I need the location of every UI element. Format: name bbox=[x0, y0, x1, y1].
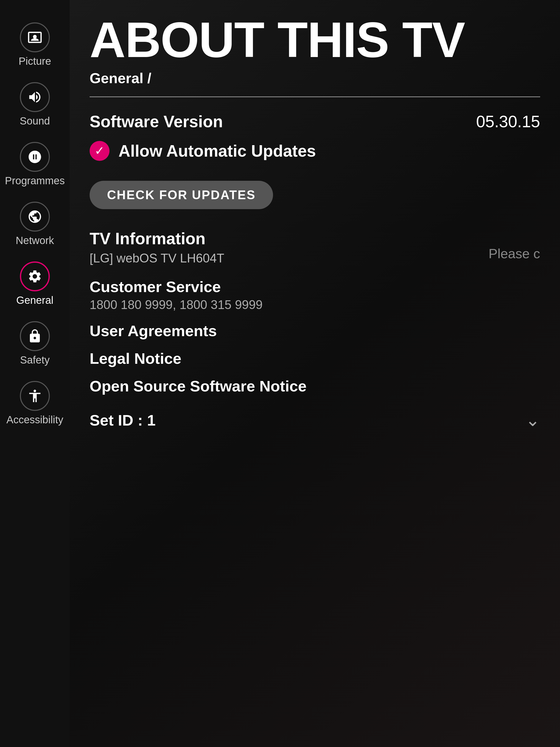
allow-updates-label: Allow Automatic Updates bbox=[118, 141, 316, 160]
software-version-label: Software Version bbox=[89, 112, 223, 131]
sidebar-item-picture-label: Picture bbox=[19, 55, 51, 67]
sidebar-item-general-label: General bbox=[16, 294, 53, 306]
sidebar-item-sound-label: Sound bbox=[20, 115, 50, 127]
customer-service-section: Customer Service 1800 180 9999, 1800 315… bbox=[89, 278, 540, 312]
set-id-row: Set ID : 1 ⌄ bbox=[89, 410, 540, 430]
main-content: ABOUT THIS TV General / Software Version… bbox=[70, 0, 560, 747]
set-id-label: Set ID : 1 bbox=[89, 411, 156, 429]
accessibility-icon-circle bbox=[20, 381, 50, 411]
user-agreements-link[interactable]: User Agreements bbox=[89, 322, 540, 340]
sidebar-item-sound[interactable]: Sound bbox=[0, 75, 70, 134]
chevron-down-icon: ⌄ bbox=[526, 410, 540, 430]
top-divider bbox=[89, 96, 540, 97]
please-text: Please c bbox=[488, 246, 540, 261]
sidebar-item-programmes[interactable]: Programmes bbox=[0, 134, 70, 194]
sidebar-item-network-label: Network bbox=[16, 235, 54, 247]
software-version-value: 05.30.15 bbox=[476, 112, 540, 131]
breadcrumb: General / bbox=[89, 70, 540, 86]
sidebar-item-general[interactable]: General bbox=[0, 254, 70, 314]
allow-updates-row[interactable]: ✓ Allow Automatic Updates bbox=[89, 141, 540, 161]
customer-service-label: Customer Service bbox=[89, 278, 540, 295]
sidebar-item-picture[interactable]: Picture bbox=[0, 15, 70, 75]
network-icon-circle bbox=[20, 202, 50, 232]
accessibility-icon bbox=[27, 388, 42, 403]
tv-information-value: [LG] webOS TV LH604T bbox=[89, 251, 224, 265]
sidebar-item-safety-label: Safety bbox=[20, 354, 50, 366]
sidebar-item-network[interactable]: Network bbox=[0, 194, 70, 254]
sound-icon-circle bbox=[20, 82, 50, 112]
network-icon bbox=[27, 209, 42, 224]
programmes-icon bbox=[27, 149, 42, 164]
general-icon-circle bbox=[20, 261, 50, 291]
page-title: ABOUT THIS TV bbox=[89, 15, 540, 65]
customer-service-value: 1800 180 9999, 1800 315 9999 bbox=[89, 298, 540, 312]
general-icon bbox=[27, 269, 42, 284]
allow-updates-checkbox[interactable]: ✓ bbox=[89, 141, 109, 161]
open-source-link[interactable]: Open Source Software Notice bbox=[89, 377, 540, 395]
sidebar-item-accessibility[interactable]: Accessibility bbox=[0, 374, 70, 433]
sound-icon bbox=[27, 89, 42, 105]
safety-icon bbox=[27, 329, 42, 344]
picture-icon-circle bbox=[20, 22, 50, 52]
tv-information-section: TV Information [LG] webOS TV LH604T Plea… bbox=[89, 229, 540, 278]
tv-information-label: TV Information bbox=[89, 229, 224, 248]
legal-notice-link[interactable]: Legal Notice bbox=[89, 350, 540, 367]
programmes-icon-circle bbox=[20, 142, 50, 172]
checkmark-icon: ✓ bbox=[95, 145, 105, 157]
sidebar-item-safety[interactable]: Safety bbox=[0, 314, 70, 374]
check-updates-button[interactable]: CHECK FOR UPDATES bbox=[89, 181, 273, 209]
tv-information-content: TV Information [LG] webOS TV LH604T bbox=[89, 229, 224, 278]
safety-icon-circle bbox=[20, 321, 50, 351]
sidebar: Picture Sound Programmes Network bbox=[0, 0, 70, 747]
software-version-row: Software Version 05.30.15 bbox=[89, 112, 540, 131]
picture-icon bbox=[27, 30, 42, 45]
sidebar-item-accessibility-label: Accessibility bbox=[6, 414, 63, 426]
sidebar-item-programmes-label: Programmes bbox=[5, 175, 65, 187]
